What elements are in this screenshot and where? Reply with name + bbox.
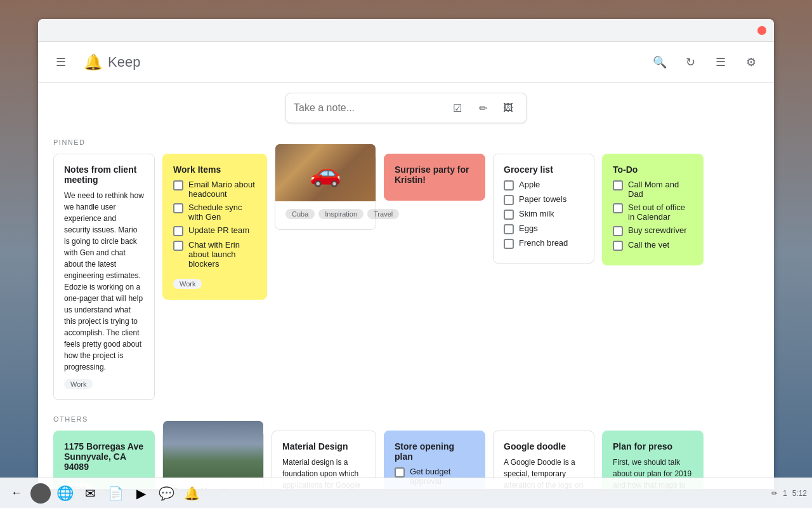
note-tag: Work bbox=[173, 279, 202, 289]
checkbox[interactable] bbox=[613, 241, 623, 251]
checkbox[interactable] bbox=[173, 180, 183, 190]
checkbox[interactable] bbox=[613, 203, 623, 213]
gmail-icon[interactable]: ✉ bbox=[79, 482, 102, 505]
tag-cuba: Cuba bbox=[285, 209, 315, 219]
menu-button[interactable]: ☰ bbox=[48, 50, 74, 75]
note-title: Plan for preso bbox=[613, 441, 693, 451]
others-label: OTHERS bbox=[53, 415, 759, 423]
checkbox[interactable] bbox=[504, 210, 514, 220]
logo-icon: 🔔 bbox=[84, 53, 103, 71]
checkbox[interactable] bbox=[173, 241, 183, 251]
close-button[interactable] bbox=[757, 26, 766, 35]
app-logo: 🔔 Keep bbox=[84, 53, 140, 71]
check-item: Update PR team bbox=[173, 225, 256, 236]
note-title: Grocery list bbox=[504, 164, 584, 175]
note-client-meeting[interactable]: Notes from client meeting We need to ret… bbox=[53, 154, 155, 400]
note-grocery-list[interactable]: Grocery list Apple Paper towels Skim mil… bbox=[493, 154, 594, 264]
car-image bbox=[275, 144, 376, 201]
note-car-photo[interactable]: Cuba Inspiration Travel bbox=[275, 154, 376, 230]
check-item: Call Mom and Dad bbox=[613, 180, 693, 199]
search-input[interactable] bbox=[294, 102, 442, 114]
check-item: Chat with Erin about launch blockers bbox=[173, 240, 256, 269]
hawaii-image bbox=[163, 421, 263, 478]
check-item: Buy screwdriver bbox=[613, 225, 693, 236]
checkbox[interactable] bbox=[504, 239, 514, 249]
note-work-items[interactable]: Work Items Email Mario about headcount S… bbox=[162, 154, 267, 300]
header-actions: 🔍 ↻ ☰ ⚙ bbox=[647, 50, 764, 75]
check-item: Email Mario about headcount bbox=[173, 180, 256, 199]
check-item: Skim milk bbox=[504, 209, 584, 220]
hangouts-icon[interactable]: 💬 bbox=[155, 482, 178, 505]
checkbox[interactable] bbox=[504, 180, 514, 190]
note-todo[interactable]: To-Do Call Mom and Dad Set out of office… bbox=[602, 154, 704, 265]
note-surprise-party[interactable]: Surprise party for Kristin! bbox=[384, 154, 485, 201]
main-content: ☑ ✏ 🖼 PINNED Notes from client meeting W… bbox=[38, 83, 774, 489]
note-title: Work Items bbox=[173, 164, 256, 175]
refresh-button[interactable]: ↻ bbox=[678, 50, 703, 75]
list-view-button[interactable]: ☰ bbox=[708, 50, 733, 75]
draw-icon[interactable]: ✏ bbox=[473, 98, 493, 118]
checkbox[interactable] bbox=[613, 180, 623, 190]
docs-icon[interactable]: 📄 bbox=[104, 482, 127, 505]
note-title: Store opening plan bbox=[395, 441, 475, 462]
checklist-icon[interactable]: ☑ bbox=[447, 98, 468, 118]
taskbar: ← 🌐 ✉ 📄 ▶ 💬 🔔 ✏ 1 5:12 bbox=[0, 478, 812, 508]
image-icon[interactable]: 🖼 bbox=[498, 98, 518, 118]
youtube-icon[interactable]: ▶ bbox=[129, 482, 152, 505]
settings-button[interactable]: ⚙ bbox=[738, 50, 764, 75]
search-bar: ☑ ✏ 🖼 bbox=[285, 93, 527, 123]
app-header: ☰ 🔔 Keep 🔍 ↻ ☰ ⚙ bbox=[38, 42, 774, 83]
circle-button[interactable] bbox=[30, 483, 51, 504]
check-item: French bread bbox=[504, 238, 584, 249]
checkbox[interactable] bbox=[613, 226, 623, 236]
back-button[interactable]: ← bbox=[5, 482, 28, 505]
search-container: ☑ ✏ 🖼 bbox=[53, 93, 759, 123]
pinned-notes-row: Notes from client meeting We need to ret… bbox=[53, 154, 759, 400]
keep-icon[interactable]: 🔔 bbox=[180, 482, 203, 505]
checkbox[interactable] bbox=[504, 195, 514, 205]
note-title: Notes from client meeting bbox=[64, 164, 144, 185]
tag-inspiration: Inspiration bbox=[318, 209, 363, 219]
title-bar bbox=[38, 19, 774, 42]
check-item: Call the vet bbox=[613, 240, 693, 251]
taskbar-time: 5:12 bbox=[792, 489, 807, 498]
app-title: Keep bbox=[108, 54, 140, 70]
check-item: Paper towels bbox=[504, 194, 584, 205]
checkbox[interactable] bbox=[173, 203, 183, 213]
taskbar-right: ✏ 1 5:12 bbox=[771, 489, 807, 498]
pinned-label: PINNED bbox=[53, 138, 759, 146]
check-item: Set out of office in Calendar bbox=[613, 203, 693, 222]
checkbox[interactable] bbox=[504, 224, 514, 234]
pencil-icon: ✏ bbox=[771, 489, 778, 498]
battery-count: 1 bbox=[783, 489, 787, 498]
note-title: Surprise party for Kristin! bbox=[395, 164, 475, 185]
note-title: To-Do bbox=[613, 164, 693, 175]
tag-travel: Travel bbox=[367, 209, 399, 219]
checkbox[interactable] bbox=[395, 467, 405, 478]
check-item: Eggs bbox=[504, 224, 584, 234]
note-tag: Work bbox=[64, 379, 93, 389]
note-body: We need to rethink how we handle user ex… bbox=[64, 190, 144, 373]
note-title: 1175 Borregas Ave Sunnyvale, CA 94089 bbox=[64, 441, 144, 472]
note-title: Google doodle bbox=[504, 441, 584, 451]
tag-row: Cuba Inspiration Travel bbox=[285, 209, 365, 219]
app-window: ☰ 🔔 Keep 🔍 ↻ ☰ ⚙ ☑ ✏ 🖼 PINNED bbox=[38, 19, 774, 489]
checkbox[interactable] bbox=[173, 226, 183, 236]
note-title: Material Design bbox=[282, 441, 365, 451]
check-item: Apple bbox=[504, 180, 584, 190]
check-item: Schedule sync with Gen bbox=[173, 203, 256, 222]
chromium-icon[interactable]: 🌐 bbox=[53, 482, 76, 505]
search-button[interactable]: 🔍 bbox=[647, 50, 672, 75]
